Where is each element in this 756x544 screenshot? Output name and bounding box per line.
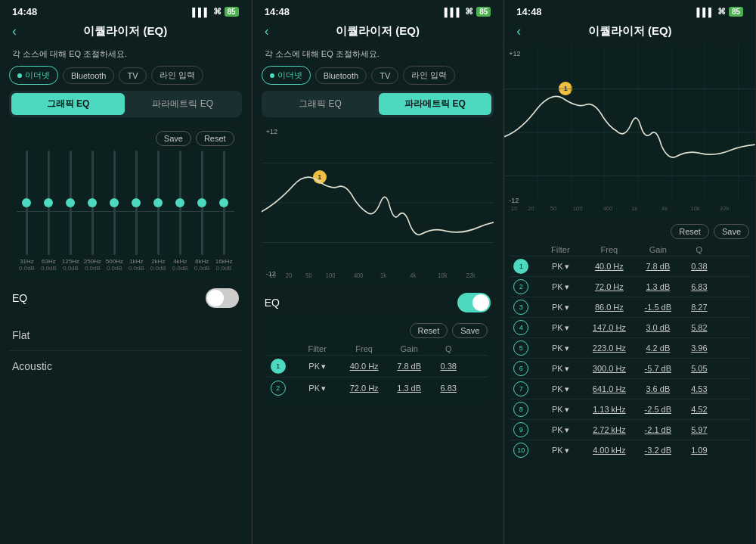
p3-filter-gain-2[interactable]: 1.3 dB — [635, 282, 680, 291]
filter-num-2[interactable]: 2 — [271, 381, 286, 396]
slider-track-3[interactable] — [91, 151, 94, 255]
slider-handle-1[interactable] — [44, 198, 53, 207]
p3-filter-q-5[interactable]: 3.96 — [682, 343, 716, 353]
p3-filter-q-1[interactable]: 0.38 — [682, 262, 716, 271]
slider-handle-5[interactable] — [132, 198, 141, 207]
p3-filter-num-5[interactable]: 5 — [513, 340, 528, 356]
reset-button-2[interactable]: Reset — [410, 323, 448, 338]
tab-graphic-eq-1[interactable]: 그래픽 EQ — [11, 93, 125, 115]
source-tab-bluetooth-1[interactable]: Bluetooth — [63, 67, 114, 84]
filter-q-2[interactable]: 6.83 — [432, 384, 466, 393]
slider-track-1[interactable] — [48, 151, 50, 255]
p3-filter-num-2[interactable]: 2 — [513, 279, 528, 294]
source-tab-tv-2[interactable]: TV — [371, 67, 398, 84]
p3-filter-type-5[interactable]: PK ▾ — [538, 343, 583, 353]
filter-q-1[interactable]: 0.38 — [432, 362, 466, 371]
p3-filter-num-9[interactable]: 9 — [513, 422, 528, 437]
p3-filter-type-8[interactable]: PK ▾ — [538, 405, 583, 415]
p3-filter-type-3[interactable]: PK ▾ — [538, 303, 583, 312]
eq-toggle-switch-2[interactable] — [457, 293, 491, 312]
slider-track-8[interactable] — [201, 151, 203, 255]
p3-filter-freq-8[interactable]: 1.13 kHz — [584, 405, 634, 414]
p3-filter-type-9[interactable]: PK ▾ — [538, 425, 583, 435]
p3-filter-freq-6[interactable]: 300.0 Hz — [584, 364, 634, 373]
slider-track-9[interactable] — [223, 151, 225, 255]
p3-filter-freq-7[interactable]: 641.0 Hz — [584, 384, 634, 393]
filter-freq-1[interactable]: 40.0 Hz — [342, 362, 387, 371]
slider-handle-7[interactable] — [175, 198, 184, 207]
p3-filter-type-7[interactable]: PK ▾ — [538, 384, 583, 394]
p3-filter-q-7[interactable]: 4.53 — [682, 384, 716, 393]
p3-filter-gain-1[interactable]: 7.8 dB — [635, 262, 680, 271]
back-button-3[interactable]: ‹ — [516, 23, 521, 39]
back-button-1[interactable]: ‹ — [12, 23, 17, 39]
p3-filter-num-3[interactable]: 3 — [513, 300, 528, 315]
p3-filter-freq-3[interactable]: 86.0 Hz — [584, 303, 634, 312]
tab-parametric-eq-1[interactable]: 파라메트릭 EQ — [126, 93, 240, 115]
slider-handle-8[interactable] — [197, 198, 206, 207]
filter-type-2[interactable]: PK ▾ — [295, 384, 340, 393]
filter-freq-2[interactable]: 72.0 Hz — [342, 384, 387, 393]
p3-filter-freq-5[interactable]: 223.0 Hz — [584, 343, 634, 353]
p3-filter-freq-1[interactable]: 40.0 Hz — [584, 262, 634, 271]
p3-filter-gain-3[interactable]: -1.5 dB — [635, 303, 680, 312]
tab-graphic-eq-2[interactable]: 그래픽 EQ — [264, 93, 377, 115]
save-button-3[interactable]: Save — [714, 224, 749, 239]
p3-filter-type-6[interactable]: PK ▾ — [538, 364, 583, 374]
p3-filter-freq-4[interactable]: 147.0 Hz — [584, 323, 634, 332]
filter-type-1[interactable]: PK ▾ — [295, 362, 340, 371]
p3-filter-q-2[interactable]: 6.83 — [682, 282, 716, 291]
p3-filter-q-8[interactable]: 4.52 — [682, 405, 716, 414]
slider-track-7[interactable] — [179, 151, 181, 255]
slider-handle-2[interactable] — [66, 198, 75, 207]
source-tab-ethernet-1[interactable]: 이더넷 — [9, 66, 58, 85]
p3-filter-num-10[interactable]: 10 — [513, 443, 528, 458]
preset-acoustic[interactable]: Acoustic — [9, 351, 242, 381]
back-button-2[interactable]: ‹ — [265, 23, 269, 39]
p3-filter-q-6[interactable]: 5.05 — [682, 364, 716, 373]
tab-parametric-eq-2[interactable]: 파라메트릭 EQ — [379, 93, 492, 115]
source-tab-bluetooth-2[interactable]: Bluetooth — [315, 67, 367, 84]
slider-track-5[interactable] — [135, 151, 138, 255]
source-tab-line-1[interactable]: 라인 입력 — [151, 66, 203, 85]
slider-track-0[interactable] — [26, 151, 28, 255]
p3-filter-gain-5[interactable]: 4.2 dB — [635, 343, 680, 353]
reset-button-3[interactable]: Reset — [671, 224, 709, 239]
save-button-2[interactable]: Save — [452, 323, 488, 338]
slider-handle-9[interactable] — [219, 198, 228, 207]
p3-filter-freq-10[interactable]: 4.00 kHz — [584, 446, 634, 455]
reset-button-1[interactable]: Reset — [196, 131, 234, 146]
filter-gain-1[interactable]: 7.8 dB — [389, 362, 430, 371]
p3-filter-num-8[interactable]: 8 — [513, 402, 528, 417]
source-tab-tv-1[interactable]: TV — [119, 67, 146, 84]
preset-flat[interactable]: Flat — [9, 320, 242, 351]
p3-filter-type-1[interactable]: PK ▾ — [538, 262, 583, 272]
p3-filter-q-9[interactable]: 5.97 — [682, 425, 716, 434]
p3-filter-gain-10[interactable]: -3.2 dB — [635, 446, 680, 455]
slider-track-4[interactable] — [113, 151, 116, 255]
source-tab-line-2[interactable]: 라인 입력 — [403, 66, 455, 85]
slider-handle-0[interactable] — [22, 198, 31, 207]
save-button-1[interactable]: Save — [156, 131, 191, 146]
p3-filter-num-7[interactable]: 7 — [513, 381, 528, 396]
slider-handle-3[interactable] — [88, 198, 97, 207]
eq-toggle-switch-1[interactable] — [206, 288, 239, 308]
p3-filter-freq-9[interactable]: 2.72 kHz — [584, 425, 634, 434]
p3-filter-gain-4[interactable]: 3.0 dB — [635, 323, 680, 332]
source-tab-ethernet-2[interactable]: 이더넷 — [262, 66, 311, 85]
p3-filter-gain-8[interactable]: -2.5 dB — [635, 405, 680, 414]
p3-filter-gain-9[interactable]: -2.1 dB — [635, 425, 680, 434]
slider-track-6[interactable] — [157, 151, 160, 255]
p3-filter-type-2[interactable]: PK ▾ — [538, 282, 583, 292]
p3-filter-q-3[interactable]: 8.27 — [682, 303, 716, 312]
p3-filter-type-4[interactable]: PK ▾ — [538, 323, 583, 333]
slider-handle-4[interactable] — [110, 198, 119, 207]
p3-filter-type-10[interactable]: PK ▾ — [538, 446, 583, 455]
p3-filter-freq-2[interactable]: 72.0 Hz — [584, 282, 634, 291]
p3-filter-gain-7[interactable]: 3.6 dB — [635, 384, 680, 393]
slider-track-2[interactable] — [70, 151, 72, 255]
p3-filter-q-10[interactable]: 1.09 — [682, 446, 716, 455]
p3-filter-gain-6[interactable]: -5.7 dB — [635, 364, 680, 373]
filter-gain-2[interactable]: 1.3 dB — [389, 384, 430, 393]
p3-filter-num-1[interactable]: 1 — [513, 259, 528, 274]
